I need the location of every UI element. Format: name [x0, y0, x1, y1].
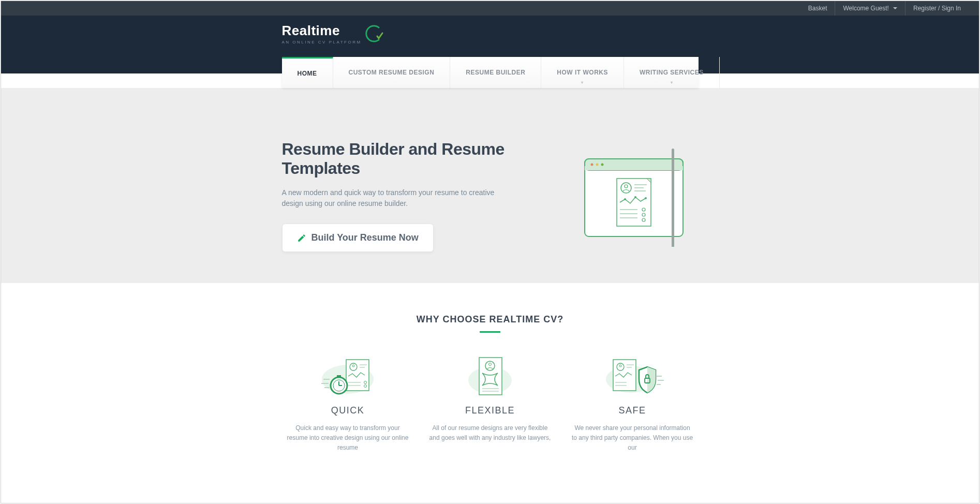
hero-title: Resume Builder and Resume Templates	[282, 140, 564, 178]
svg-point-4	[596, 163, 598, 166]
hero-illustration	[580, 143, 699, 249]
logo[interactable]: Realtime AN ONLINE CV PLATFORM	[282, 23, 699, 45]
svg-point-5	[601, 163, 603, 166]
svg-point-14	[645, 197, 647, 199]
svg-rect-6	[617, 179, 651, 226]
feature-description: All of our resume designs are very flexi…	[429, 423, 551, 443]
nav-home[interactable]: HOME	[282, 57, 333, 88]
svg-rect-2	[585, 166, 683, 170]
feature-description: Quick and easy way to transform your res…	[287, 423, 409, 453]
nav-label: WRITING SERVICES	[640, 69, 704, 76]
feature-title: FLEXIBLE	[429, 405, 551, 416]
nav-resume-builder[interactable]: RESUME BUILDER	[450, 57, 541, 88]
feature-safe: SAFE We never share your personal inform…	[567, 353, 699, 453]
feature-description: We never share your personal information…	[572, 423, 693, 453]
nav-label: RESUME BUILDER	[466, 69, 525, 76]
title-underline	[480, 331, 500, 333]
basket-link[interactable]: Basket	[800, 1, 836, 16]
feature-title: SAFE	[572, 405, 693, 416]
stopwatch-document-icon	[287, 353, 409, 400]
features-title: WHY CHOOSE REALTIME CV?	[1, 314, 979, 325]
feature-flexible: FLEXIBLE All of our resume designs are v…	[424, 353, 556, 453]
shield-document-icon	[572, 353, 693, 400]
pencil-icon	[297, 233, 306, 243]
nav-how-it-works[interactable]: HOW IT WORKS ▾	[541, 57, 624, 88]
cta-label: Build Your Resume Now	[311, 232, 419, 243]
top-bar: Basket Welcome Guest! Register / Sign In	[1, 1, 979, 16]
svg-point-12	[624, 198, 626, 200]
logo-c-icon	[363, 23, 384, 45]
welcome-label: Welcome Guest!	[843, 5, 888, 12]
main-nav: HOME CUSTOM RESUME DESIGN RESUME BUILDER…	[282, 57, 699, 88]
nav-label: HOME	[298, 70, 317, 77]
nav-label: CUSTOM RESUME DESIGN	[349, 69, 435, 76]
logo-text: Realtime	[282, 23, 362, 39]
nav-label: HOW IT WORKS	[557, 69, 608, 76]
hero-description: A new modern and quick way to transform …	[282, 187, 499, 209]
hero-section: Resume Builder and Resume Templates A ne…	[1, 88, 979, 283]
welcome-dropdown[interactable]: Welcome Guest!	[835, 1, 905, 16]
feature-title: QUICK	[287, 405, 409, 416]
build-resume-button[interactable]: Build Your Resume Now	[282, 224, 434, 252]
chevron-down-icon: ▾	[581, 80, 584, 85]
svg-point-13	[634, 196, 636, 198]
logo-subtitle: AN ONLINE CV PLATFORM	[282, 40, 362, 45]
nav-writing-services[interactable]: WRITING SERVICES ▾	[624, 57, 720, 88]
features-section: WHY CHOOSE REALTIME CV?	[1, 283, 979, 484]
nav-custom-resume-design[interactable]: CUSTOM RESUME DESIGN	[333, 57, 451, 88]
register-signin-link[interactable]: Register / Sign In	[905, 1, 969, 16]
caret-down-icon	[893, 7, 897, 9]
svg-rect-21	[672, 149, 674, 247]
chevron-down-icon: ▾	[671, 80, 673, 85]
svg-point-3	[590, 163, 593, 166]
hourglass-document-icon	[429, 353, 551, 400]
svg-rect-34	[337, 375, 341, 377]
feature-quick: QUICK Quick and easy way to transform yo…	[282, 353, 414, 453]
